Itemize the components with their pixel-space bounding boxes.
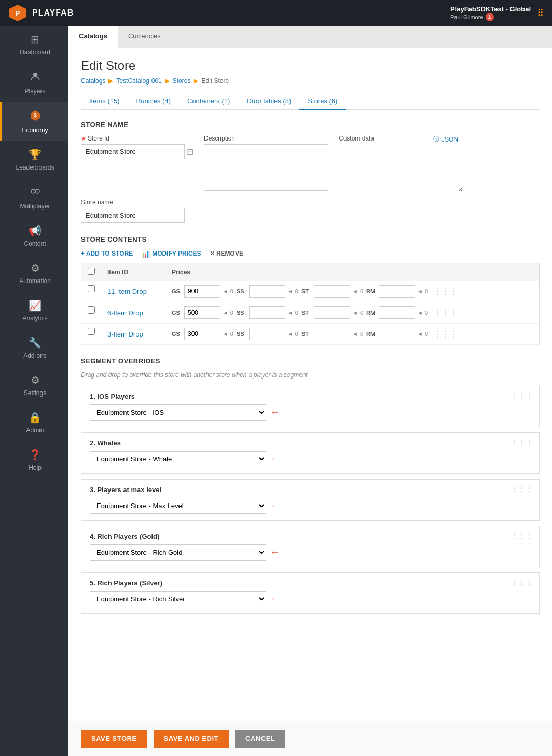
sidebar-item-analytics[interactable]: 📈 Analytics: [0, 292, 68, 329]
sidebar-label-leaderboards: Leaderboards: [16, 164, 54, 171]
breadcrumb-catalogs[interactable]: Catalogs: [81, 77, 105, 85]
drag-handle-icon[interactable]: ⋮⋮⋮: [431, 287, 460, 297]
sidebar-label-players: Players: [24, 88, 45, 95]
table-row: 3-Item DropGS◄0SS◄0ST◄0RM◄0⋮⋮⋮: [81, 324, 540, 345]
price-input-st[interactable]: [314, 306, 350, 319]
sidebar-item-help[interactable]: ❓ Help: [0, 441, 68, 479]
sub-tab-containers[interactable]: Containers (1): [179, 93, 238, 110]
price-input-st[interactable]: [314, 328, 350, 340]
store-name-input[interactable]: [81, 208, 185, 223]
item-link[interactable]: 3-Item Drop: [107, 330, 143, 338]
item-link[interactable]: 11-Item Drop: [107, 288, 147, 296]
sidebar-item-dashboard[interactable]: ⊞ Dashboard: [0, 26, 68, 63]
modify-prices-button[interactable]: 📊 MODIFY PRICES: [141, 249, 201, 258]
segment-drag-handle[interactable]: ⋮⋮⋮: [511, 438, 533, 446]
svg-point-5: [31, 189, 35, 193]
price-input-gs[interactable]: [184, 328, 220, 340]
segment-store-select[interactable]: Equipment Store - Whale: [90, 451, 266, 467]
sub-tab-items[interactable]: Items (15): [81, 93, 128, 110]
segment-store-select[interactable]: Equipment Store - Rich Silver: [90, 591, 266, 607]
store-contents-header: STORE CONTENTS: [81, 235, 540, 243]
segment-drag-handle[interactable]: ⋮⋮⋮: [511, 391, 533, 400]
row-checkbox[interactable]: [88, 285, 95, 292]
price-group-st: ST◄0: [301, 306, 363, 319]
segment-select-wrap: Equipment Store - Whale←: [90, 451, 531, 467]
price-alt-value: 0: [230, 310, 233, 316]
drag-handle-icon[interactable]: ⋮⋮⋮: [431, 308, 460, 318]
sidebar-item-automation[interactable]: ⚙ Automation: [0, 255, 68, 292]
sidebar-item-addons[interactable]: 🔧 Add-ons: [0, 329, 68, 367]
sidebar-item-settings[interactable]: ⚙ Settings: [0, 367, 68, 404]
cancel-button[interactable]: CANCEL: [235, 730, 285, 748]
price-input-rm[interactable]: [379, 328, 415, 340]
segment-select-wrap: Equipment Store - iOS←: [90, 404, 531, 421]
row-checkbox-cell: [81, 324, 102, 345]
sidebar-item-content[interactable]: 📢 Content: [0, 217, 68, 255]
custom-data-input[interactable]: [339, 146, 463, 192]
row-checkbox[interactable]: [88, 306, 95, 314]
price-group-st: ST◄0: [301, 328, 363, 340]
item-link[interactable]: 6-Item Drop: [107, 309, 143, 317]
save-store-button[interactable]: SAVE STORE: [81, 730, 147, 748]
price-input-gs[interactable]: [184, 285, 220, 298]
price-input-rm[interactable]: [379, 285, 415, 298]
json-link[interactable]: ⓘ JSON: [433, 135, 458, 144]
breadcrumb-sep2: ▶: [165, 77, 170, 85]
store-contents-section: STORE CONTENTS + ADD TO STORE 📊 MODIFY P…: [81, 235, 540, 345]
price-row: GS◄0SS◄0ST◄0RM◄0⋮⋮⋮: [172, 285, 533, 298]
store-id-input[interactable]: [81, 144, 185, 159]
description-input[interactable]: [204, 144, 328, 191]
sub-tab-stores[interactable]: Stores (6): [299, 93, 346, 110]
items-table: Item ID Prices 11-Item DropGS◄0SS◄0ST◄0R…: [81, 263, 540, 345]
price-input-rm[interactable]: [379, 306, 415, 319]
logo-text: PLAYFAB: [32, 8, 74, 18]
save-and-edit-button[interactable]: SAVE AND EDIT: [154, 730, 229, 748]
segment-drag-handle[interactable]: ⋮⋮⋮: [511, 531, 533, 540]
add-to-store-button[interactable]: + ADD TO STORE: [81, 250, 133, 257]
store-id-label: ★Store Id: [81, 135, 194, 142]
store-id-group: ★Store Id ⊡: [81, 135, 194, 192]
remove-button[interactable]: ✕ REMOVE: [210, 250, 243, 257]
notification-badge[interactable]: 1: [486, 13, 494, 21]
select-all-checkbox[interactable]: [88, 268, 95, 275]
price-input-st[interactable]: [314, 285, 350, 298]
price-group-st: ST◄0: [301, 285, 363, 298]
sidebar-item-economy[interactable]: $ Economy: [0, 102, 68, 141]
price-input-gs[interactable]: [184, 306, 220, 319]
segment-title: 2. Whales: [90, 439, 531, 447]
segment-title: 4. Rich Players (Gold): [90, 533, 531, 540]
breadcrumb-stores[interactable]: Stores: [173, 77, 191, 85]
drag-handle-icon[interactable]: ⋮⋮⋮: [431, 329, 460, 339]
sidebar-item-admin[interactable]: 🔒 Admin: [0, 404, 68, 441]
tab-catalogs[interactable]: Catalogs: [68, 26, 118, 48]
item-id-cell: 11-Item Drop: [101, 281, 165, 302]
segment-store-select[interactable]: Equipment Store - Max Level: [90, 498, 266, 514]
segment-arrow-icon: ←: [270, 594, 280, 605]
segment-store-select[interactable]: Equipment Store - iOS: [90, 404, 266, 421]
top-header: P PLAYFAB PlayFabSDKTest - Global Paul G…: [0, 0, 552, 26]
segment-title: 5. Rich Players (Silver): [90, 579, 531, 587]
breadcrumb-catalog-name[interactable]: TestCatalog-001: [116, 77, 161, 85]
sidebar-item-leaderboards[interactable]: 🏆 Leaderboards: [0, 141, 68, 178]
sub-tab-droptables[interactable]: Drop tables (8): [238, 93, 299, 110]
segment-drag-handle[interactable]: ⋮⋮⋮: [511, 485, 533, 493]
analytics-icon: 📈: [29, 299, 42, 312]
row-checkbox[interactable]: [88, 328, 95, 335]
sub-tab-bundles[interactable]: Bundles (4): [128, 93, 179, 110]
price-input-ss[interactable]: [249, 328, 285, 340]
price-input-ss[interactable]: [249, 285, 285, 298]
price-label-ss: SS: [237, 288, 247, 295]
segment-drag-handle[interactable]: ⋮⋮⋮: [511, 578, 533, 586]
sidebar-item-players[interactable]: Players: [0, 63, 68, 102]
price-group-gs: GS◄0: [172, 285, 233, 298]
table-row: 11-Item DropGS◄0SS◄0ST◄0RM◄0⋮⋮⋮: [81, 281, 540, 302]
sidebar-item-multiplayer[interactable]: Multiplayer: [0, 178, 68, 217]
segment-store-select[interactable]: Equipment Store - Rich Gold: [90, 544, 266, 561]
col-item-id: Item ID: [101, 263, 165, 281]
price-cell: GS◄0SS◄0ST◄0RM◄0⋮⋮⋮: [165, 302, 540, 324]
row-checkbox-cell: [81, 302, 102, 324]
tab-currencies[interactable]: Currencies: [118, 26, 171, 48]
grid-icon[interactable]: ⠿: [537, 7, 544, 19]
sidebar-label-automation: Automation: [19, 277, 51, 285]
price-input-ss[interactable]: [249, 306, 285, 319]
